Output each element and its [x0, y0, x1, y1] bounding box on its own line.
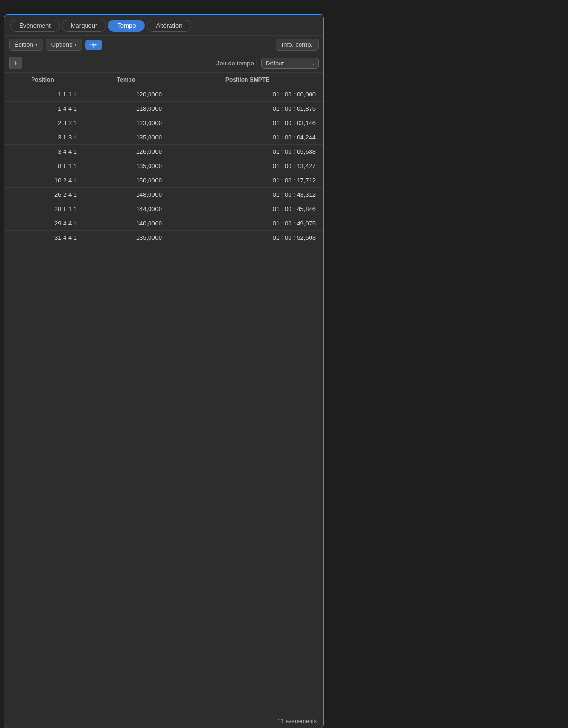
events-count: 11 évènements [278, 718, 317, 725]
tab-alteration[interactable]: Altération [147, 20, 191, 32]
tab-bar: Évènement Marqueur Tempo Altération [4, 15, 323, 36]
cell-position: 31 4 4 1 [4, 233, 81, 242]
cell-position: 29 4 4 1 [4, 219, 81, 228]
cell-position: 1 1 1 1 [4, 90, 81, 99]
cell-smpte: 01 : 00 : 01,875 [171, 104, 323, 113]
cell-tempo: 123,0000 [81, 118, 171, 128]
filter-icon: ⇥|⇤ [89, 42, 98, 48]
table-row[interactable]: 2 3 2 1123,000001 : 00 : 03,146 [4, 116, 323, 130]
cell-position: 8 1 1 1 [4, 161, 81, 171]
add-button[interactable]: + [9, 57, 22, 69]
jeu-label: Jeu de tempo : [216, 60, 257, 67]
tab-tempo[interactable]: Tempo [108, 20, 145, 32]
tab-marqueur[interactable]: Marqueur [62, 20, 107, 32]
cell-position: 26 2 4 1 [4, 190, 81, 199]
table-wrap: Position Tempo Position SMPTE 1 1 1 1120… [4, 73, 323, 715]
cell-tempo: 135,0000 [81, 133, 171, 142]
options-dropdown[interactable]: Options ▾ [46, 39, 82, 51]
table-header: Position Tempo Position SMPTE [4, 73, 323, 87]
cell-position: 10 2 4 1 [4, 176, 81, 185]
table-row[interactable]: 8 1 1 1135,000001 : 00 : 13,427 [4, 159, 323, 173]
table-row[interactable]: 1 1 1 1120,000001 : 00 : 00,000 [4, 87, 323, 102]
table-row[interactable]: 10 2 4 1150,000001 : 00 : 17,712 [4, 173, 323, 188]
jeu-select[interactable]: Défaut [261, 58, 319, 69]
cell-tempo: 118,0000 [81, 104, 171, 113]
col-smpte: Position SMPTE [171, 75, 323, 84]
jeu-select-wrap: Défaut [261, 58, 319, 69]
cell-position: 1 4 4 1 [4, 104, 81, 113]
table-row[interactable]: 28 1 1 1144,000001 : 00 : 45,846 [4, 202, 323, 216]
edition-dropdown[interactable]: Édition ▾ [9, 39, 43, 51]
cell-tempo: 150,0000 [81, 176, 171, 185]
col-position: Position [4, 75, 81, 84]
table-body[interactable]: 1 1 1 1120,000001 : 00 : 00,0001 4 4 111… [4, 87, 323, 715]
cell-smpte: 01 : 00 : 52,503 [171, 233, 323, 242]
options-label: Options [51, 41, 73, 48]
filter-button[interactable]: ⇥|⇤ [85, 40, 102, 50]
cell-smpte: 01 : 00 : 49,075 [171, 219, 323, 228]
edition-label: Édition [14, 41, 33, 48]
cell-tempo: 120,0000 [81, 90, 171, 99]
cell-position: 3 1 3 1 [4, 133, 81, 142]
table-row[interactable]: 1 4 4 1118,000001 : 00 : 01,875 [4, 102, 323, 116]
cell-position: 28 1 1 1 [4, 204, 81, 214]
table-row[interactable]: 26 2 4 1148,000001 : 00 : 43,312 [4, 188, 323, 202]
table-row[interactable]: 3 1 3 1135,000001 : 00 : 04,244 [4, 130, 323, 145]
table-row[interactable]: 29 4 4 1140,000001 : 00 : 49,075 [4, 216, 323, 231]
table-row[interactable]: 31 4 4 1135,000001 : 00 : 52,503 [4, 231, 323, 245]
right-divider [328, 177, 328, 191]
cell-smpte: 01 : 00 : 04,244 [171, 133, 323, 142]
options-chevron-icon: ▾ [75, 43, 77, 47]
status-bar: 11 évènements [4, 715, 323, 728]
cell-position: 2 3 2 1 [4, 118, 81, 128]
cell-tempo: 144,0000 [81, 204, 171, 214]
cell-smpte: 01 : 00 : 13,427 [171, 161, 323, 171]
cell-smpte: 01 : 00 : 03,146 [171, 118, 323, 128]
cell-smpte: 01 : 00 : 05,688 [171, 147, 323, 156]
col-tempo: Tempo [81, 75, 171, 84]
right-area [324, 0, 568, 728]
table-row[interactable]: 3 4 4 1126,000001 : 00 : 05,688 [4, 145, 323, 159]
cell-smpte: 01 : 00 : 00,000 [171, 90, 323, 99]
toolbar: Édition ▾ Options ▾ ⇥|⇤ Info. comp. [4, 36, 323, 54]
cell-smpte: 01 : 00 : 43,312 [171, 190, 323, 199]
cell-tempo: 148,0000 [81, 190, 171, 199]
cell-tempo: 135,0000 [81, 161, 171, 171]
cell-smpte: 01 : 00 : 45,846 [171, 204, 323, 214]
jeu-row: + Jeu de tempo : Défaut [4, 54, 323, 73]
cell-tempo: 135,0000 [81, 233, 171, 242]
cell-position: 3 4 4 1 [4, 147, 81, 156]
cell-smpte: 01 : 00 : 17,712 [171, 176, 323, 185]
edition-chevron-icon: ▾ [35, 43, 38, 47]
tab-evenement[interactable]: Évènement [10, 20, 60, 32]
main-panel: Évènement Marqueur Tempo Altération Édit… [4, 14, 324, 728]
cell-tempo: 140,0000 [81, 219, 171, 228]
info-comp-button[interactable]: Info. comp. [276, 39, 319, 51]
cell-tempo: 126,0000 [81, 147, 171, 156]
